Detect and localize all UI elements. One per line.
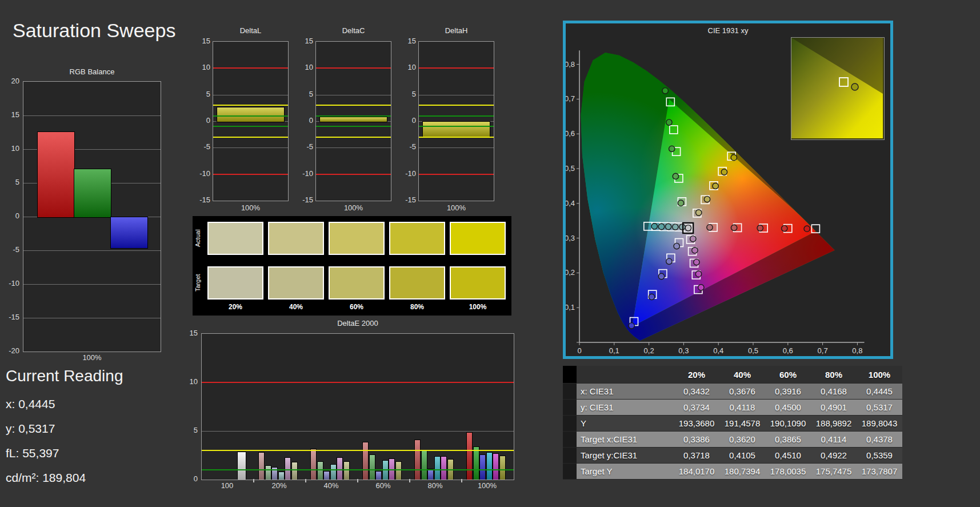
cie-x-tick-label: 0,7 — [818, 346, 828, 355]
cie-measured-point — [696, 210, 702, 215]
table-row-label: x: CIE31 — [577, 384, 674, 399]
delta-limit-line — [213, 126, 288, 127]
delta-l-title: DeltaL — [213, 26, 289, 35]
delta-y-tick-label: 10 — [190, 63, 210, 71]
delta-y-tick-label: 5 — [190, 90, 210, 98]
cie-inset-measured-point — [851, 83, 858, 90]
delta-limit-line — [213, 105, 288, 106]
delta-y-tick-label: 15 — [293, 37, 313, 45]
cie-y-tick-label: 0,8 — [566, 60, 575, 69]
table-row-lead-cell — [563, 384, 577, 399]
delta-limit-line — [316, 126, 391, 127]
cie-measured-point — [678, 200, 683, 206]
swatch-row-label: Actual — [194, 222, 203, 255]
delta-y-tick-label: -15 — [293, 195, 313, 204]
table-value-cell: 0,4901 — [811, 400, 857, 415]
delta-e-chart[interactable] — [201, 333, 514, 480]
cie-measured-point — [662, 88, 668, 94]
table-row: Y193,3680191,4578190,1090188,9892189,804… — [563, 416, 902, 432]
table-value-cell: 0,4114 — [811, 432, 857, 447]
delta-h-title: DeltaH — [418, 26, 494, 35]
cie-measured-point — [713, 183, 718, 189]
cie-measured-point — [694, 259, 699, 265]
delta-e-bar — [369, 454, 375, 480]
table-value-cell: 0,3386 — [674, 432, 719, 447]
delta-e-group-label: 100 — [201, 481, 253, 490]
delta-limit-line — [213, 137, 288, 138]
table-row: Target x:CIE310,33860,36200,38650,41140,… — [563, 432, 902, 448]
swatch-target-60% — [329, 266, 385, 300]
saturation-swatches-panel[interactable]: ActualTarget20%40%60%80%100% — [193, 216, 511, 316]
table-row-label: Target x:CIE31 — [577, 432, 674, 447]
rgb-balance-chart[interactable] — [23, 81, 161, 352]
swatch-target-100% — [450, 266, 506, 300]
delta-e-title: DeltaE 2000 — [201, 319, 514, 328]
delta-e-bar — [493, 453, 499, 480]
rgb-y-tick-label: -15 — [0, 313, 19, 321]
table-value-cell: 0,3718 — [674, 448, 719, 463]
delta-limit-line — [419, 115, 494, 117]
table-value-cell: 188,9892 — [811, 416, 857, 431]
table-value-cell: 0,4510 — [765, 448, 811, 463]
delta-e-bar — [434, 456, 441, 480]
rgb-balance-title: RGB Balance — [23, 67, 161, 76]
delta-chart-deltah[interactable] — [418, 41, 494, 201]
rgb-y-tick-label: -10 — [0, 279, 19, 288]
delta-chart-deltal[interactable] — [213, 41, 289, 201]
delta-e-bar — [258, 452, 265, 480]
rgb-y-tick-label: 5 — [0, 178, 19, 186]
table-value-cell: 0,4118 — [719, 400, 765, 415]
cie-measured-point — [695, 271, 701, 277]
delta-limit-line — [419, 126, 494, 127]
table-row-lead-cell — [563, 432, 577, 447]
cie-zoom-inset — [791, 37, 885, 140]
swatch-target-80% — [389, 266, 445, 300]
table-header-20%: 20% — [674, 366, 719, 383]
cie-measured-point — [721, 169, 727, 175]
rgb-y-tick-label: 15 — [0, 110, 19, 119]
delta-e-y-tick-label: 10 — [178, 377, 198, 386]
delta-e-bar — [265, 465, 271, 480]
swatch-col-label: 20% — [207, 303, 263, 311]
deltal-bar — [217, 107, 285, 122]
table-value-cell: 0,3916 — [765, 384, 811, 399]
swatch-target-40% — [268, 266, 324, 300]
table-row: Target Y184,0170180,7394178,0035175,7475… — [563, 464, 902, 480]
delta-e-bar — [291, 462, 298, 480]
delta-e-gridline — [202, 431, 514, 432]
delta-c-xlabel: 100% — [315, 203, 391, 212]
rgb-gridline — [23, 115, 161, 116]
delta-gridline — [316, 147, 391, 148]
delta-limit-line — [213, 115, 288, 117]
delta-e-group-label: 40% — [305, 481, 357, 490]
cie-measured-point — [692, 247, 698, 253]
cie-1931-panel[interactable]: CIE 1931 xy 00,10,10,20,20,30,30,40,40,5… — [563, 21, 893, 359]
delta-l-xlabel: 100% — [213, 203, 289, 212]
cie-y-tick-label: 0,6 — [566, 129, 575, 138]
delta-e-bar — [466, 432, 473, 480]
swatch-col-label: 100% — [450, 303, 506, 311]
cie-measured-point — [731, 225, 737, 230]
delta-y-tick-label: 0 — [395, 116, 416, 125]
delta-y-tick-label: -5 — [293, 142, 313, 151]
measurement-table: 20%40%60%80%100%x: CIE310,34320,36760,39… — [563, 366, 902, 480]
table-value-cell: 190,1090 — [765, 416, 811, 431]
cie-measured-point — [698, 285, 704, 290]
table-value-cell: 193,3680 — [674, 416, 719, 431]
table-value-cell: 0,3676 — [719, 384, 765, 399]
cie-measured-point — [658, 273, 664, 279]
cie-x-tick-label: 0,3 — [678, 346, 689, 355]
table-value-cell: 0,4378 — [857, 432, 902, 447]
delta-chart-deltac[interactable] — [315, 41, 391, 201]
table-value-cell: 0,3865 — [765, 432, 811, 447]
delta-e-bar — [317, 461, 323, 480]
table-row-label: Y — [577, 416, 674, 431]
delta-y-tick-label: 15 — [395, 37, 416, 45]
swatch-col-label: 80% — [389, 303, 445, 311]
table-row-lead-cell — [563, 416, 577, 431]
deltah-bar — [422, 121, 490, 137]
current-reading-x: x: 0,4445 — [6, 397, 55, 411]
delta-e-bar — [375, 471, 382, 480]
delta-e-bar — [486, 452, 493, 480]
delta-limit-line — [419, 105, 494, 106]
